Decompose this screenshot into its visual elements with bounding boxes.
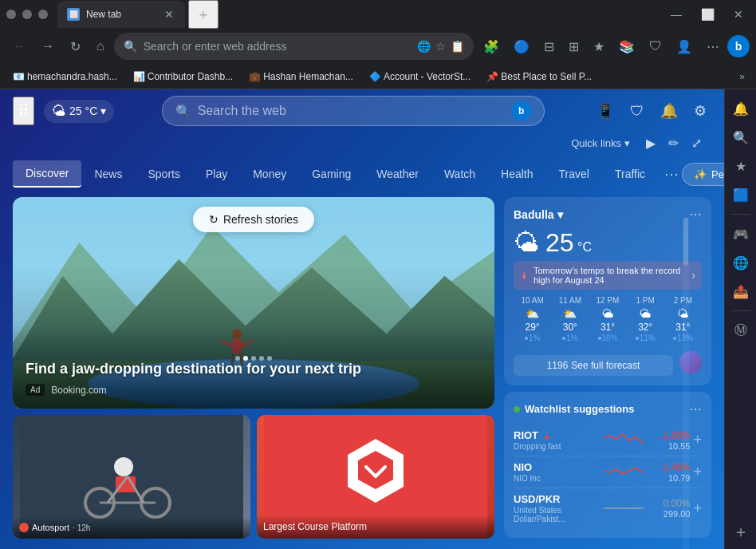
card-footer-logo: Largest Course Platform <box>257 515 494 539</box>
customize-icon[interactable]: ✏ <box>665 132 682 154</box>
sidebar-favorites-icon[interactable]: ★ <box>728 153 754 179</box>
collections-icon[interactable]: 📚 <box>612 34 641 59</box>
search-input[interactable] <box>198 104 506 118</box>
weather-location-label: Badulla <box>514 208 554 221</box>
sidebar-search-icon[interactable]: 🔍 <box>728 124 754 150</box>
watchlist-more-button[interactable]: ⋯ <box>689 401 702 417</box>
favorites-toolbar-icon[interactable]: ★ <box>587 34 611 59</box>
weather-alert[interactable]: 🌡 Tomorrow's temps to break the record h… <box>514 261 702 290</box>
card-title-logo: Largest Course Platform <box>263 521 367 532</box>
nav-traffic[interactable]: Traffic <box>602 161 658 187</box>
shield-icon[interactable]: 🛡 <box>625 98 649 124</box>
phone-icon[interactable]: 📱 <box>592 97 619 124</box>
nav-watch[interactable]: Watch <box>431 161 488 187</box>
nav-news[interactable]: News <box>81 161 135 187</box>
bing-copilot-icon[interactable]: 🔵 <box>507 34 536 59</box>
bing-chat-icon[interactable]: b <box>727 35 750 57</box>
home-button[interactable]: ⌂ <box>90 34 111 58</box>
hour-4-icon: 🌥 <box>627 307 664 320</box>
nav-discover[interactable]: Discover <box>13 160 81 188</box>
sidebar-share-icon[interactable]: 📤 <box>728 278 754 304</box>
svg-point-4 <box>232 329 242 338</box>
collection-icon[interactable]: 📋 <box>451 40 464 53</box>
sidebar-divider-2 <box>731 310 750 311</box>
weather-topbar-widget[interactable]: 🌤 25 °C ▾ <box>44 100 114 123</box>
weather-location[interactable]: Badulla ▾ <box>514 208 563 221</box>
nav-health[interactable]: Health <box>488 161 545 187</box>
personalize-button[interactable]: ✨ Personalize <box>682 163 724 186</box>
profile-icon[interactable]: 👤 <box>670 34 699 59</box>
weather-hour-3: 12 PM 🌥 31° 10% <box>589 296 626 342</box>
sidebar-add-button[interactable]: ＋ <box>733 521 749 543</box>
bookmarks-overflow-button[interactable]: » <box>734 69 750 85</box>
feed-hero-card[interactable]: ↻ Refresh stories <box>13 197 494 409</box>
nav-weather[interactable]: Weather <box>364 161 431 187</box>
refresh-button[interactable]: ↻ <box>64 34 87 59</box>
bookmark-item-2[interactable]: 📊 Contributor Dashb... <box>127 69 239 85</box>
sidebar-notifications-icon[interactable]: 🔔 <box>728 96 754 121</box>
browser-essentials-icon[interactable]: 🛡 <box>643 34 668 58</box>
alert-icon: 🌡 <box>520 271 529 280</box>
active-tab[interactable]: ⬜ New tab ✕ <box>57 1 185 28</box>
bookmark-item-4[interactable]: 🔷 Account - VectorSt... <box>363 69 477 85</box>
bookmark-item-3[interactable]: 💼 Hashan Hemachan... <box>242 69 360 85</box>
favorites-icon[interactable]: ☆ <box>435 40 446 53</box>
news-feed: ↻ Refresh stories <box>13 197 494 543</box>
scrollbar[interactable] <box>683 217 689 549</box>
hour-2-icon: ⛅ <box>551 307 589 320</box>
forward-button[interactable]: → <box>35 34 61 58</box>
play-icon[interactable]: ▶ <box>643 132 659 154</box>
sidebar-microsoft-icon[interactable]: Ⓜ <box>728 318 754 343</box>
nav-more-button[interactable]: ⋯ <box>661 162 682 186</box>
tab-close-button[interactable]: ✕ <box>163 6 175 22</box>
see-full-forecast-button[interactable]: 1196 See full forecast <box>514 355 673 376</box>
sidebar-office-icon[interactable]: 🟦 <box>728 182 754 207</box>
quicklinks-button[interactable]: Quick links ▾ <box>565 134 636 152</box>
stock-add-usdpkr[interactable]: + <box>693 500 702 517</box>
nav-travel[interactable]: Travel <box>546 161 602 187</box>
back-button[interactable]: ← <box>6 34 32 58</box>
minimize-window-button[interactable]: — <box>664 5 688 24</box>
expand-icon[interactable]: ⤢ <box>688 132 705 154</box>
hour-4-time: 1 PM <box>627 296 664 305</box>
bell-icon[interactable]: 🔔 <box>656 97 683 124</box>
settings-more-icon[interactable]: ⋯ <box>700 34 726 59</box>
stock-add-nio[interactable]: + <box>693 464 702 480</box>
weather-hour-2: 11 AM ⛅ 30° 1% <box>551 296 589 342</box>
close-window-button[interactable]: ✕ <box>727 5 750 24</box>
address-input-wrapper[interactable]: 🔍 🌐 ☆ 📋 <box>114 33 474 60</box>
feed-card-logo[interactable]: Largest Course Platform <box>257 415 494 539</box>
nav-gaming[interactable]: Gaming <box>299 161 364 187</box>
sidebar-games-icon[interactable]: 🎮 <box>728 221 754 247</box>
bookmark-favicon-3: 💼 <box>249 71 260 82</box>
refresh-stories-button[interactable]: ↻ Refresh stories <box>193 207 314 232</box>
stock-row-riot[interactable]: RIOT ▲ Dropping fast -1.68% 10.55 <box>514 425 702 456</box>
bookmark-item-5[interactable]: 📌 Best Place to Sell P... <box>480 69 598 85</box>
new-tab-button[interactable]: ＋ <box>188 0 219 29</box>
scrollbar-thumb[interactable] <box>683 218 688 266</box>
weather-more-button[interactable]: ⋯ <box>689 207 702 222</box>
feed-card-moto[interactable]: Autosport · 12h <box>13 415 250 539</box>
address-input[interactable] <box>144 40 411 53</box>
bookmark-item-1[interactable]: 📧 hemachandra.hash... <box>6 69 124 85</box>
search-bar[interactable]: 🔍 b <box>162 96 545 126</box>
nav-money[interactable]: Money <box>240 161 299 187</box>
nav-play[interactable]: Play <box>193 161 240 187</box>
extensions-icon[interactable]: 🧩 <box>477 34 506 59</box>
stock-row-usdpkr[interactable]: USD/PKR United States Dollar/Pakist... 0… <box>514 488 702 528</box>
apps-grid-button[interactable]: ⠿ <box>13 97 34 125</box>
stock-add-riot[interactable]: + <box>693 432 702 448</box>
split-screen-icon[interactable]: ⊞ <box>562 34 585 59</box>
newtab-topbar: ⠿ 🌤 25 °C ▾ 🔍 b 📱 🛡 <box>0 89 724 132</box>
bookmark-favicon-1: 📧 <box>13 71 24 82</box>
stock-row-nio[interactable]: NIO NIO Inc -1.46% 10.79 + <box>514 456 702 488</box>
gear-icon[interactable]: ⚙ <box>689 97 711 124</box>
maximize-button[interactable] <box>22 10 32 19</box>
restore-window-button[interactable]: ⬜ <box>695 5 721 24</box>
sidebar-toggle-icon[interactable]: ⊟ <box>537 34 561 59</box>
nav-sports[interactable]: Sports <box>135 161 192 187</box>
tab-label: New tab <box>86 9 121 20</box>
close-button[interactable] <box>38 10 48 19</box>
minimize-button[interactable] <box>6 10 16 19</box>
sidebar-translate-icon[interactable]: 🌐 <box>728 250 754 275</box>
